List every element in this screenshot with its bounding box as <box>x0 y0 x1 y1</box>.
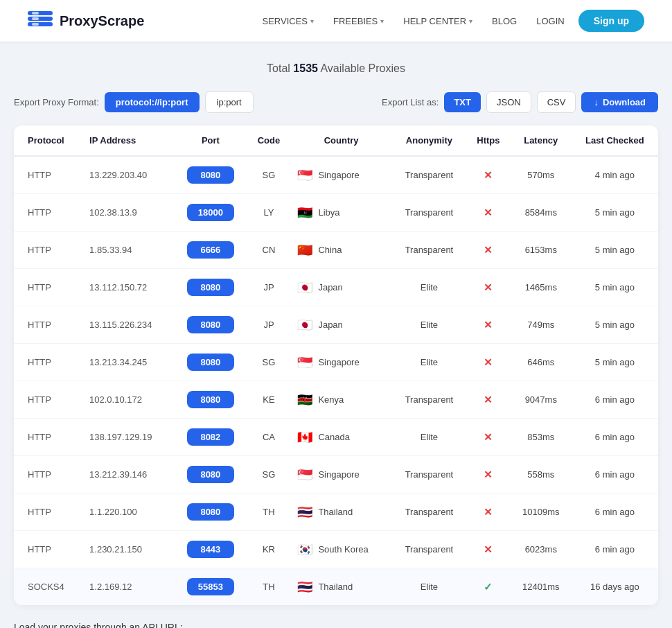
api-section: Load your proxies through an API URL: ht… <box>14 622 658 628</box>
col-country: Country <box>290 125 391 156</box>
col-code: Code <box>247 125 291 156</box>
download-button[interactable]: ↓ Download <box>581 92 658 112</box>
nav-services[interactable]: SERVICES ▾ <box>262 16 314 26</box>
cell-anonymity: Elite <box>392 568 466 606</box>
cell-anonymity: Elite <box>392 269 466 306</box>
cell-protocol: HTTP <box>14 156 82 194</box>
cell-protocol: HTTP <box>14 381 82 419</box>
cell-ip: 1.2.169.12 <box>82 568 174 606</box>
cell-https: ✕ <box>466 232 511 269</box>
cell-code: CA <box>247 419 291 456</box>
cell-code: KR <box>247 531 291 568</box>
export-csv-button[interactable]: CSV <box>537 91 576 113</box>
total-count: 1535 <box>293 62 318 74</box>
cell-country: 🇸🇬 Singapore <box>290 344 391 381</box>
cell-anonymity: Elite <box>392 344 466 381</box>
logo[interactable]: ProxyScrape <box>28 11 144 30</box>
cell-code: JP <box>247 269 291 306</box>
table-row: HTTP 1.230.21.150 8443 KR 🇰🇷 South Korea… <box>14 531 658 568</box>
toolbar: Export Proxy Format: protocol://ip:port … <box>14 91 658 113</box>
nav-freebies[interactable]: FREEBIES ▾ <box>333 16 384 26</box>
x-icon: ✕ <box>484 431 493 443</box>
cell-https: ✓ <box>466 568 511 606</box>
cell-anonymity: Elite <box>392 306 466 344</box>
cell-anonymity: Transparent <box>392 456 466 494</box>
flag-icon: 🇱🇾 <box>297 205 312 220</box>
nav-help[interactable]: HELP CENTER ▾ <box>403 16 472 26</box>
x-icon: ✕ <box>484 319 493 331</box>
cell-code: CN <box>247 232 291 269</box>
cell-latency: 6023ms <box>511 531 572 568</box>
cell-country: 🇸🇬 Singapore <box>290 156 391 194</box>
export-txt-button[interactable]: TXT <box>444 92 481 112</box>
cell-https: ✕ <box>466 156 511 194</box>
x-icon: ✕ <box>484 281 493 293</box>
cell-port: 8080 <box>174 306 247 344</box>
signup-button[interactable]: Sign up <box>578 10 644 32</box>
country-name: Singapore <box>318 469 359 480</box>
cell-code: TH <box>247 494 291 531</box>
table-row: HTTP 138.197.129.19 8082 CA 🇨🇦 Canada El… <box>14 419 658 456</box>
cell-https: ✕ <box>466 494 511 531</box>
export-json-button[interactable]: JSON <box>486 91 531 113</box>
country-name: Japan <box>318 282 342 293</box>
cell-country: 🇹🇭 Thailand <box>290 494 391 531</box>
cell-last-checked: 5 min ago <box>572 269 658 306</box>
cell-latency: 8584ms <box>511 194 572 232</box>
cell-ip: 13.112.150.72 <box>82 269 174 306</box>
cell-ip: 13.229.203.40 <box>82 156 174 194</box>
cell-latency: 12401ms <box>511 568 572 606</box>
cell-anonymity: Transparent <box>392 381 466 419</box>
country-name: Singapore <box>318 357 359 367</box>
cell-protocol: HTTP <box>14 419 82 456</box>
cell-port: 55853 <box>174 568 247 606</box>
country-name: Thailand <box>318 582 353 592</box>
cell-country: 🇨🇦 Canada <box>290 419 391 456</box>
flag-icon: 🇹🇭 <box>297 579 312 595</box>
country-name: Libya <box>318 207 339 218</box>
cell-protocol: HTTP <box>14 306 82 344</box>
chevron-icon: ▾ <box>380 17 384 25</box>
cell-https: ✕ <box>466 456 511 494</box>
flag-icon: 🇯🇵 <box>297 317 312 333</box>
cell-protocol: HTTP <box>14 232 82 269</box>
port-badge: 8080 <box>187 316 234 333</box>
cell-code: SG <box>247 156 291 194</box>
cell-anonymity: Transparent <box>392 194 466 232</box>
svg-rect-3 <box>32 12 39 15</box>
cell-ip: 1.1.220.100 <box>82 494 174 531</box>
flag-icon: 🇰🇪 <box>297 392 312 408</box>
nav-login[interactable]: LOGIN <box>536 16 564 26</box>
total-suffix: Available Proxies <box>318 62 405 74</box>
flag-icon: 🇸🇬 <box>297 168 312 183</box>
cell-last-checked: 5 min ago <box>572 344 658 381</box>
cell-port: 8080 <box>174 269 247 306</box>
cell-port: 6666 <box>174 232 247 269</box>
cell-latency: 1465ms <box>511 269 572 306</box>
cell-ip: 1.85.33.94 <box>82 232 174 269</box>
cell-https: ✕ <box>466 194 511 232</box>
cell-latency: 853ms <box>511 419 572 456</box>
cell-latency: 749ms <box>511 306 572 344</box>
cell-country: 🇸🇬 Singapore <box>290 456 391 494</box>
format-protocol-button[interactable]: protocol://ip:port <box>105 92 200 112</box>
cell-https: ✕ <box>466 269 511 306</box>
port-badge: 6666 <box>187 241 234 259</box>
table-row: HTTP 13.115.226.234 8080 JP 🇯🇵 Japan Eli… <box>14 306 658 344</box>
cell-ip: 13.212.39.146 <box>82 456 174 494</box>
cell-latency: 646ms <box>511 344 572 381</box>
cell-country: 🇰🇷 South Korea <box>290 531 391 568</box>
cell-country: 🇯🇵 Japan <box>290 306 391 344</box>
cell-last-checked: 5 min ago <box>572 306 658 344</box>
cell-last-checked: 16 days ago <box>572 568 658 606</box>
flag-icon: 🇯🇵 <box>297 280 312 295</box>
cell-latency: 570ms <box>511 156 572 194</box>
nav-blog[interactable]: BLOG <box>492 16 517 26</box>
port-badge: 8080 <box>187 354 234 371</box>
cell-protocol: SOCKS4 <box>14 568 82 606</box>
cell-ip: 138.197.129.19 <box>82 419 174 456</box>
cell-https: ✕ <box>466 419 511 456</box>
format-ipport-button[interactable]: ip:port <box>205 91 254 113</box>
flag-icon: 🇨🇳 <box>297 243 312 258</box>
chevron-icon: ▾ <box>310 17 314 25</box>
